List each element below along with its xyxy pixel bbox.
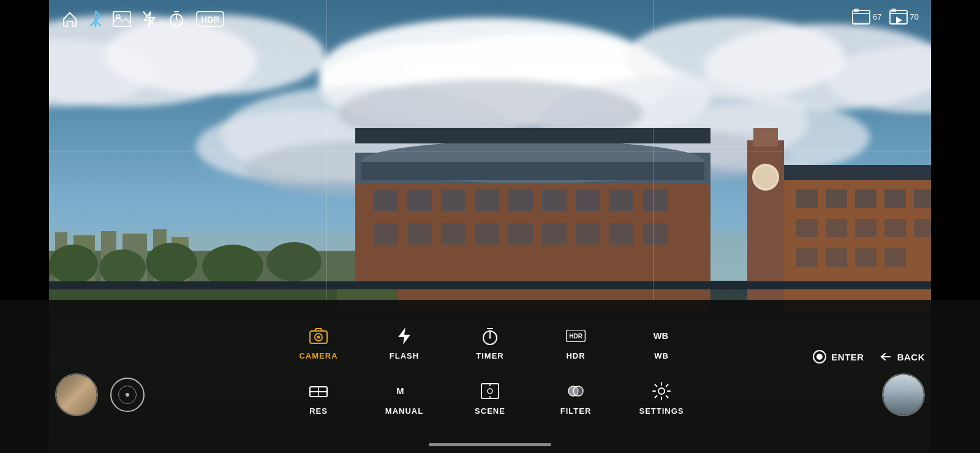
- svg-point-31: [202, 245, 263, 287]
- hdr-menu-icon: HDR: [566, 326, 586, 348]
- svg-rect-43: [643, 189, 668, 211]
- svg-rect-46: [441, 223, 466, 245]
- svg-point-97: [317, 336, 320, 339]
- home-indicator: [0, 436, 980, 453]
- svg-rect-48: [508, 223, 533, 245]
- menu-row-1: CAMERA FLASH: [276, 316, 704, 371]
- flash-off-icon: [142, 10, 157, 30]
- flash-label: FLASH: [390, 351, 419, 360]
- hdr-top-icon: HDR: [196, 11, 224, 29]
- enter-label: ENTER: [831, 352, 864, 362]
- back-button[interactable]: BACK: [879, 350, 925, 364]
- video-count: 70: [889, 9, 919, 25]
- svg-rect-39: [508, 189, 533, 211]
- svg-rect-88: [853, 10, 870, 24]
- svg-text:WB: WB: [654, 331, 668, 341]
- res-label: RES: [309, 406, 328, 416]
- filter-menu-item[interactable]: FILTER: [533, 371, 619, 426]
- svg-rect-64: [884, 189, 906, 208]
- settings-menu-item[interactable]: SETTINGS: [619, 371, 704, 426]
- svg-rect-47: [475, 223, 499, 245]
- scene-menu-item[interactable]: SCENE: [447, 371, 533, 426]
- svg-rect-74: [855, 248, 876, 267]
- svg-rect-37: [441, 189, 466, 211]
- svg-rect-35: [374, 189, 398, 211]
- res-menu-icon: [309, 381, 328, 403]
- svg-rect-51: [609, 223, 634, 245]
- svg-rect-57: [753, 128, 778, 147]
- manual-menu-item[interactable]: M MANUAL: [361, 371, 447, 426]
- settings-label: SETTINGS: [639, 406, 684, 416]
- svg-rect-49: [542, 223, 567, 245]
- svg-rect-73: [826, 248, 847, 267]
- camera-menu-item[interactable]: CAMERA: [276, 316, 361, 371]
- svg-rect-45: [407, 223, 432, 245]
- svg-point-113: [658, 388, 665, 394]
- wb-menu-item[interactable]: WB WB: [619, 316, 704, 371]
- photo-count: 67: [852, 9, 881, 25]
- focus-dot: [126, 393, 129, 397]
- hdr-label: HDR: [566, 351, 585, 360]
- gallery-icon: [113, 11, 131, 29]
- top-right-status: 67 70: [852, 9, 919, 25]
- bluetooth-icon: [89, 10, 102, 31]
- left-controls: [55, 373, 145, 416]
- svg-point-30: [146, 243, 197, 283]
- scene-menu-icon: [480, 381, 500, 403]
- svg-text:HDR: HDR: [201, 15, 219, 25]
- top-status-icons: HDR: [61, 10, 224, 31]
- svg-point-94: [816, 354, 823, 360]
- svg-rect-50: [576, 223, 600, 245]
- timer-icon: [168, 10, 185, 30]
- manual-menu-icon: M: [394, 381, 414, 403]
- svg-rect-69: [855, 219, 876, 237]
- flash-menu-icon: [394, 326, 414, 348]
- svg-rect-42: [609, 189, 634, 211]
- last-photo-thumbnail[interactable]: [55, 373, 98, 416]
- svg-rect-70: [884, 219, 906, 237]
- svg-rect-75: [884, 248, 906, 267]
- svg-point-108: [488, 389, 492, 394]
- right-controls: ENTER BACK: [813, 350, 925, 416]
- camera-label: CAMERA: [299, 351, 337, 360]
- svg-rect-62: [826, 189, 847, 208]
- camera-menu-icon: [309, 326, 328, 348]
- svg-point-29: [99, 249, 146, 286]
- svg-rect-67: [796, 219, 818, 237]
- timer-menu-icon: [480, 326, 500, 348]
- enter-back-controls: ENTER BACK: [813, 350, 925, 364]
- filter-label: FILTER: [560, 406, 592, 416]
- manual-label: MANUAL: [385, 406, 423, 416]
- svg-rect-55: [361, 162, 704, 180]
- svg-rect-36: [407, 189, 432, 211]
- focus-ring: [110, 378, 145, 412]
- svg-rect-72: [796, 248, 818, 267]
- filter-menu-icon: [566, 381, 586, 403]
- svg-text:HDR: HDR: [569, 333, 582, 340]
- svg-point-32: [266, 242, 322, 281]
- back-label: BACK: [897, 352, 925, 362]
- svg-point-59: [755, 166, 777, 188]
- menu-row-2: RES M MANUAL: [276, 371, 704, 426]
- enter-button[interactable]: ENTER: [813, 350, 864, 364]
- buildings-background: [0, 128, 980, 312]
- svg-rect-52: [643, 223, 668, 245]
- flash-menu-item[interactable]: FLASH: [361, 316, 447, 371]
- home-icon: [61, 10, 78, 30]
- svg-point-28: [49, 245, 98, 284]
- preview-thumbnail[interactable]: [882, 373, 925, 416]
- svg-rect-61: [796, 189, 818, 208]
- timer-label: TIMER: [476, 351, 503, 360]
- svg-rect-44: [374, 223, 398, 245]
- res-menu-item[interactable]: RES: [276, 371, 361, 426]
- scene-label: SCENE: [475, 406, 505, 416]
- svg-text:M: M: [396, 386, 404, 396]
- svg-rect-68: [826, 219, 847, 237]
- hdr-menu-item[interactable]: HDR HDR: [533, 316, 619, 371]
- svg-rect-81: [49, 281, 931, 289]
- svg-marker-92: [896, 17, 902, 24]
- wb-menu-icon: WB: [652, 326, 671, 348]
- svg-point-99: [489, 337, 491, 339]
- svg-rect-63: [855, 189, 876, 208]
- timer-menu-item[interactable]: TIMER: [447, 316, 533, 371]
